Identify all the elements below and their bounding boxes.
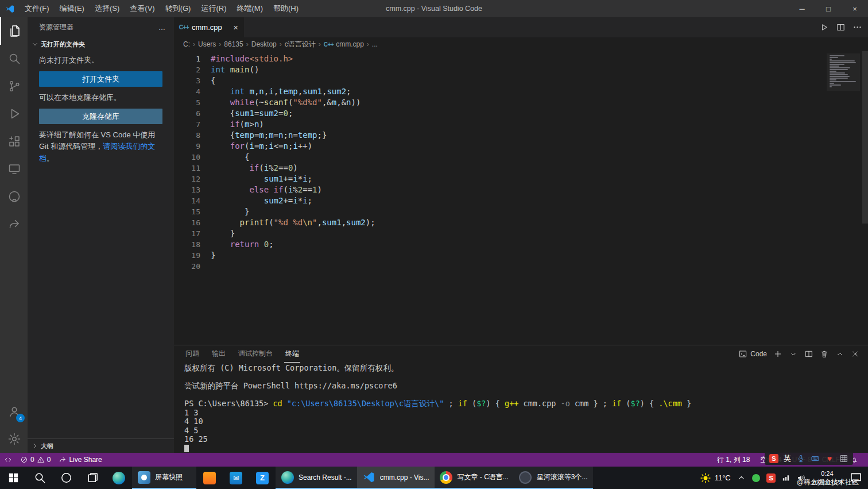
editor[interactable]: 1#include<stdio.h>2int main()3{4 int m,n…	[174, 51, 868, 345]
split-editor-button[interactable]	[836, 22, 846, 32]
panel-tab-3[interactable]: 终端	[284, 345, 300, 363]
clone-repository-button[interactable]: 克隆存储库	[39, 109, 162, 124]
ime-mode-indicator[interactable]: 英	[784, 453, 791, 464]
breadcrumb-item[interactable]: Desktop	[251, 40, 277, 48]
keyboard-icon[interactable]	[811, 454, 820, 463]
activity-accounts-button[interactable]: 4	[0, 398, 28, 425]
open-folder-button[interactable]: 打开文件夹	[39, 71, 162, 87]
breadcrumb-item[interactable]: C++cmm.cpp	[324, 40, 364, 48]
code-line[interactable]: 20	[174, 261, 868, 272]
taskbar-edge-button[interactable]	[106, 467, 132, 489]
code-line[interactable]: 10 {	[174, 152, 868, 163]
code-line[interactable]: 17 }	[174, 228, 868, 239]
taskbar-mail-button[interactable]: ✉	[223, 467, 249, 489]
menu-item-5[interactable]: 运行(R)	[196, 0, 231, 17]
code-line[interactable]: 6 {sum1=sum2=0;	[174, 108, 868, 119]
heart-icon[interactable]: ♥	[825, 454, 834, 463]
breadcrumb-item[interactable]: Users	[198, 40, 216, 48]
menu-item-3[interactable]: 查看(V)	[125, 0, 160, 17]
tray-network[interactable]	[781, 473, 791, 483]
menu-item-7[interactable]: 帮助(H)	[268, 0, 304, 17]
code-line[interactable]: 5 while(~scanf("%d%d",&m,&n))	[174, 97, 868, 108]
weather-widget[interactable]: 11°C	[700, 472, 731, 484]
minimize-button[interactable]: ─	[789, 0, 815, 17]
menu-item-4[interactable]: 转到(G)	[160, 0, 196, 17]
taskbar-window-vscode[interactable]: cmm.cpp - Vis...	[357, 467, 435, 489]
outline-section[interactable]: 大纲	[28, 438, 174, 453]
terminal-select[interactable]: Code	[738, 349, 767, 359]
taskbar-app-orange-button[interactable]	[196, 467, 223, 489]
ime-toolbar[interactable]: S 英 ♥	[765, 452, 853, 465]
taskbar-window-screenshot[interactable]: 屏幕快照	[132, 467, 196, 489]
panel-tab-0[interactable]: 问题	[184, 345, 200, 363]
cursor-position[interactable]: 行 1, 列 18	[713, 453, 754, 467]
activity-search-button[interactable]	[0, 45, 28, 72]
tray-sogou[interactable]: S	[766, 473, 776, 483]
more-actions-button[interactable]	[852, 22, 862, 32]
menu-item-6[interactable]: 终端(M)	[231, 0, 268, 17]
remote-indicator[interactable]	[0, 453, 16, 467]
run-button[interactable]	[819, 22, 829, 32]
split-terminal-button[interactable]	[804, 349, 813, 359]
close-panel-button[interactable]	[851, 349, 860, 359]
close-button[interactable]: ×	[842, 0, 868, 17]
code-line[interactable]: 11 if(i%2==0)	[174, 163, 868, 174]
code-line[interactable]: 14 sum2+=i*i;	[174, 195, 868, 206]
minimap[interactable]	[827, 53, 860, 91]
code-line[interactable]: 3{	[174, 75, 868, 86]
code-line[interactable]: 8 {temp=m;m=n;n=temp;}	[174, 130, 868, 141]
activity-source-control-button[interactable]	[0, 72, 28, 100]
taskbar-task-view-button[interactable]	[79, 467, 106, 489]
breadcrumb-item[interactable]: C:	[183, 40, 190, 48]
breadcrumb-item[interactable]: 86135	[224, 40, 243, 48]
panel-tab-1[interactable]: 输出	[211, 345, 227, 363]
activity-settings-button[interactable]	[0, 425, 28, 453]
code-line[interactable]: 13 else if(i%2==1)	[174, 184, 868, 195]
code-line[interactable]: 19}	[174, 250, 868, 261]
code-line[interactable]: 1#include<stdio.h>	[174, 53, 868, 64]
taskbar-start-button[interactable]	[0, 467, 26, 489]
code-line[interactable]: 12 sum1+=i*i;	[174, 174, 868, 184]
maximize-button[interactable]: □	[815, 0, 842, 17]
editor-scrollbar[interactable]	[862, 51, 868, 224]
code-line[interactable]: 16 printf("%d %d\n",sum1,sum2);	[174, 217, 868, 228]
menu-item-0[interactable]: 文件(F)	[20, 0, 55, 17]
live-share-button[interactable]: Live Share	[55, 453, 106, 467]
sogou-icon[interactable]: S	[769, 454, 778, 463]
activity-remote-explorer-button[interactable]	[0, 155, 28, 183]
activity-github-button[interactable]	[0, 183, 28, 210]
breadcrumb-item[interactable]: ...	[372, 40, 378, 48]
tab-close-icon[interactable]: ×	[233, 22, 238, 32]
terminal-launch-dropdown[interactable]	[789, 349, 798, 359]
grid-icon[interactable]	[839, 454, 848, 463]
taskbar-app-blue-button[interactable]: Z	[249, 467, 276, 489]
taskbar-search-button[interactable]	[26, 467, 53, 489]
activity-run-debug-button[interactable]	[0, 100, 28, 128]
maximize-panel-button[interactable]	[835, 349, 844, 359]
code-line[interactable]: 18 return 0;	[174, 239, 868, 250]
taskbar-cortana-button[interactable]	[53, 467, 79, 489]
menu-item-2[interactable]: 选择(S)	[90, 0, 125, 17]
activity-live-share-button[interactable]	[0, 210, 28, 238]
mic-icon[interactable]	[796, 454, 805, 463]
code-line[interactable]: 4 int m,n,i,temp,sum1,sum2;	[174, 86, 868, 97]
code-line[interactable]: 15 }	[174, 206, 868, 217]
tray-expand-button[interactable]	[737, 473, 746, 483]
code-line[interactable]: 7 if(m>n)	[174, 119, 868, 130]
kill-terminal-button[interactable]	[820, 349, 829, 359]
section-no-folder[interactable]: 无打开的文件夹	[28, 37, 174, 51]
taskbar-window-edge-search[interactable]: Search Result -...	[276, 467, 357, 489]
sidebar-more-actions-button[interactable]: …	[158, 24, 166, 32]
new-terminal-button[interactable]	[773, 349, 782, 359]
breadcrumb-item[interactable]: c语言设计	[285, 40, 316, 49]
terminal-content[interactable]: 版权所有 (C) Microsoft Corporation。保留所有权利。 尝…	[174, 363, 868, 453]
code-line[interactable]: 2int main()	[174, 64, 868, 75]
tab-cmm-cpp[interactable]: C++ cmm.cpp ×	[174, 17, 244, 37]
activity-explorer-button[interactable]	[0, 17, 28, 45]
problems-indicator[interactable]: 0 0	[16, 453, 55, 467]
activity-extensions-button[interactable]	[0, 128, 28, 155]
taskbar-window-chrome[interactable]: 写文章 - C语言...	[435, 467, 514, 489]
menu-item-1[interactable]: 编辑(E)	[55, 0, 90, 17]
tray-app-green[interactable]	[751, 473, 761, 483]
code-line[interactable]: 9 for(i=m;i<=n;i++)	[174, 141, 868, 152]
